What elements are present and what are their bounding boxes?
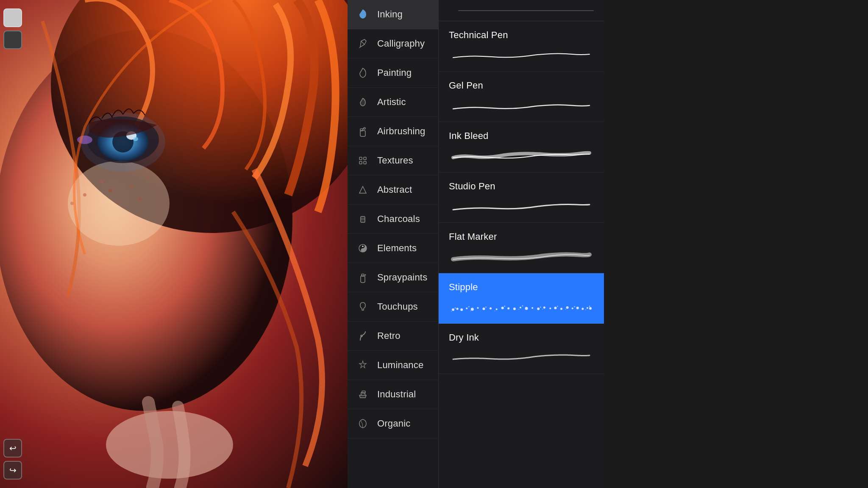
brush-item-technical-pen[interactable]: Technical Pen [439, 21, 604, 72]
svg-point-10 [100, 181, 103, 183]
brush-name-gel-pen: Gel Pen [449, 80, 594, 91]
svg-point-63 [537, 308, 540, 310]
category-item-touchups[interactable]: Touchups [348, 292, 438, 322]
category-label-inking: Inking [377, 9, 403, 20]
svg-rect-28 [361, 216, 365, 222]
brush-item-ink-bleed[interactable]: Ink Bleed [439, 122, 604, 172]
brush-item-flat-marker[interactable]: Flat Marker [439, 223, 604, 273]
svg-point-68 [554, 307, 556, 309]
brush-list-header [439, 0, 604, 21]
category-label-luminance: Luminance [377, 360, 423, 371]
category-item-textures[interactable]: Textures [348, 146, 438, 175]
category-label-charcoals: Charcoals [377, 214, 420, 225]
charcoals-icon [356, 212, 370, 226]
svg-point-53 [495, 311, 495, 311]
brush-item-stipple[interactable]: Stipple [439, 273, 604, 324]
svg-point-18 [106, 411, 233, 479]
svg-point-62 [531, 307, 533, 309]
svg-point-15 [117, 202, 120, 205]
brush-stroke-flat-marker [449, 247, 594, 264]
category-item-airbrushing[interactable]: Airbrushing [348, 117, 438, 146]
svg-line-23 [363, 128, 364, 129]
brush-item-dry-ink[interactable]: Dry Ink [439, 324, 604, 374]
svg-point-49 [482, 308, 485, 310]
svg-rect-34 [362, 274, 364, 276]
category-label-airbrushing: Airbrushing [377, 126, 425, 137]
category-item-luminance[interactable]: Luminance [348, 351, 438, 380]
svg-rect-27 [364, 161, 366, 164]
category-item-retro[interactable]: Retro [348, 322, 438, 351]
brush-item-studio-pen[interactable]: Studio Pen [439, 172, 604, 223]
undo-button[interactable]: ↩ [3, 439, 22, 458]
svg-point-65 [543, 307, 545, 309]
color-swatch-light[interactable] [3, 8, 22, 27]
category-label-industrial: Industrial [377, 389, 416, 400]
svg-point-44 [466, 308, 467, 309]
category-item-spraypaints[interactable]: Spraypaints [348, 263, 438, 292]
spraypaints-icon [356, 271, 370, 284]
svg-point-12 [130, 185, 133, 188]
category-item-artistic[interactable]: Artistic [348, 88, 438, 117]
svg-point-50 [485, 307, 487, 308]
airbrushing-icon [356, 125, 370, 138]
svg-point-52 [496, 308, 498, 310]
brush-name-ink-bleed: Ink Bleed [449, 130, 594, 141]
touchups-icon [356, 300, 370, 313]
svg-point-61 [525, 307, 528, 310]
organic-icon [356, 417, 370, 430]
svg-point-60 [518, 309, 519, 310]
svg-point-31 [362, 246, 364, 247]
svg-rect-21 [360, 129, 363, 131]
svg-line-19 [361, 41, 364, 44]
category-item-painting[interactable]: Painting [348, 58, 438, 88]
color-swatch-dark[interactable] [3, 30, 22, 49]
retro-icon [356, 329, 370, 343]
svg-point-75 [576, 307, 579, 309]
svg-point-14 [147, 177, 150, 179]
category-item-calligraphy[interactable]: Calligraphy [348, 29, 438, 58]
artistic-icon [356, 95, 370, 109]
category-item-charcoals[interactable]: Charcoals [348, 205, 438, 234]
header-divider [458, 10, 594, 11]
category-label-retro: Retro [377, 330, 401, 341]
brush-stroke-studio-pen [449, 197, 594, 214]
brush-stroke-dry-ink [449, 348, 594, 365]
brush-stroke-gel-pen [449, 96, 594, 113]
svg-point-69 [557, 306, 558, 307]
canvas-area[interactable]: ↩ ↪ [0, 0, 348, 488]
category-item-elements[interactable]: Elements [348, 234, 438, 263]
abstract-icon [356, 183, 370, 197]
brush-name-studio-pen: Studio Pen [449, 181, 594, 192]
brush-name-technical-pen: Technical Pen [449, 30, 594, 41]
svg-point-67 [549, 308, 551, 309]
svg-point-54 [501, 307, 504, 309]
svg-point-48 [477, 307, 479, 309]
redo-button[interactable]: ↪ [3, 461, 22, 480]
svg-point-11 [108, 189, 112, 192]
inking-icon [356, 8, 370, 21]
svg-point-16 [139, 198, 142, 201]
left-toolbar: ↩ ↪ [0, 0, 25, 488]
svg-point-80 [589, 307, 592, 310]
svg-point-56 [507, 308, 509, 310]
brush-categories-panel: InkingCalligraphyPaintingArtisticAirbrus… [348, 0, 439, 488]
svg-rect-24 [359, 157, 362, 160]
svg-point-73 [572, 308, 573, 309]
category-item-abstract[interactable]: Abstract [348, 175, 438, 205]
category-item-organic[interactable]: Organic [348, 409, 438, 438]
category-item-inking[interactable]: Inking [348, 0, 438, 29]
svg-point-22 [364, 128, 365, 129]
category-item-industrial[interactable]: Industrial [348, 380, 438, 409]
svg-point-51 [490, 308, 492, 310]
brush-item-gel-pen[interactable]: Gel Pen [439, 72, 604, 122]
category-label-textures: Textures [377, 155, 413, 166]
luminance-icon [356, 358, 370, 372]
brush-stroke-stipple [449, 298, 594, 315]
svg-point-32 [362, 250, 364, 251]
svg-point-13 [83, 193, 86, 197]
textures-icon [356, 154, 370, 167]
svg-point-72 [565, 309, 566, 310]
industrial-icon [356, 388, 370, 401]
svg-point-46 [471, 308, 474, 311]
svg-point-74 [574, 306, 575, 308]
